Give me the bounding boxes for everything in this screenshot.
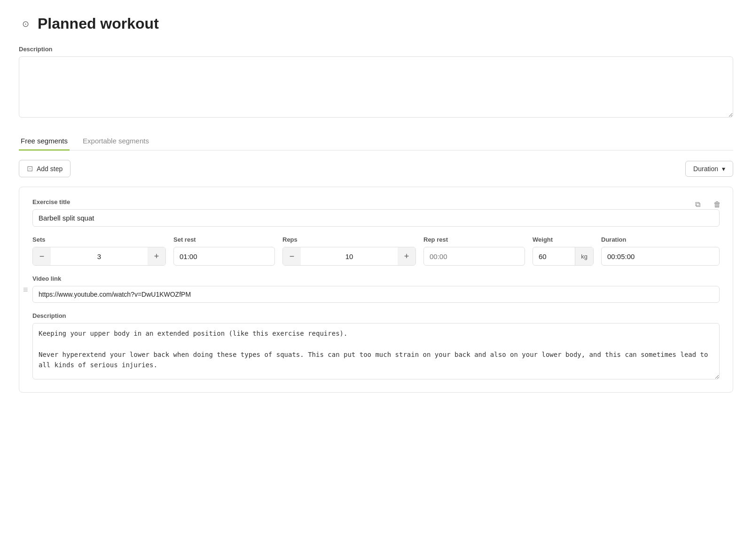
add-step-label: Add step	[37, 165, 63, 173]
duration-label: Duration	[601, 236, 720, 243]
collapse-icon[interactable]: ⊙	[19, 17, 32, 31]
video-link-input[interactable]	[32, 286, 720, 303]
weight-field: Weight kg	[533, 236, 594, 266]
tab-exportable-segments[interactable]: Exportable segments	[81, 132, 151, 150]
tabs: Free segments Exportable segments	[19, 132, 733, 150]
exercise-title-input[interactable]	[32, 209, 720, 227]
set-rest-input[interactable]	[173, 247, 275, 266]
tab-free-segments[interactable]: Free segments	[19, 132, 70, 150]
drag-handle-icon[interactable]: ≡	[23, 285, 28, 294]
exercise-description-section: Description	[32, 312, 720, 381]
reps-label: Reps	[282, 236, 416, 243]
page-title: Planned workout	[38, 15, 159, 32]
toolbar: ⊡ Add step Duration ▾	[19, 160, 733, 177]
weight-label: Weight	[533, 236, 594, 243]
description-label: Description	[19, 46, 733, 53]
exercise-description-textarea[interactable]	[32, 323, 720, 379]
rep-rest-label: Rep rest	[423, 236, 525, 243]
copy-button[interactable]: ⧉	[689, 197, 705, 213]
page-header: ⊙ Planned workout	[19, 15, 733, 32]
description-section: Description	[19, 46, 733, 119]
sets-value-input[interactable]	[51, 252, 148, 260]
add-step-button[interactable]: ⊡ Add step	[19, 160, 70, 177]
reps-increment-button[interactable]: +	[398, 247, 415, 265]
delete-icon: 🗑	[713, 200, 721, 209]
set-rest-label: Set rest	[173, 236, 275, 243]
step-icon: ⊡	[27, 164, 33, 173]
sets-increment-button[interactable]: +	[148, 247, 165, 265]
sets-field: Sets − +	[32, 236, 166, 266]
sets-label: Sets	[32, 236, 166, 243]
reps-field: Reps − +	[282, 236, 416, 266]
duration-dropdown[interactable]: Duration ▾	[685, 161, 733, 177]
reps-value-input[interactable]	[301, 252, 398, 260]
description-textarea[interactable]	[19, 56, 733, 118]
weight-input[interactable]	[533, 252, 575, 260]
tabs-container: Free segments Exportable segments	[19, 132, 733, 150]
exercise-title-label: Exercise title	[32, 198, 720, 205]
fields-row: Sets − + Set rest Reps − + Rep rest	[32, 236, 720, 266]
exercise-card: ≡ ⧉ 🗑 Exercise title Sets − + Set rest	[19, 187, 733, 393]
sets-stepper: − +	[32, 247, 166, 266]
set-rest-field: Set rest	[173, 236, 275, 266]
copy-icon: ⧉	[695, 200, 700, 209]
exercise-description-label: Description	[32, 312, 720, 319]
duration-label: Duration	[693, 165, 718, 173]
weight-unit[interactable]: kg	[575, 247, 593, 265]
card-actions: ⧉ 🗑	[689, 197, 725, 213]
sets-decrement-button[interactable]: −	[33, 247, 51, 265]
rep-rest-input[interactable]	[423, 247, 525, 266]
reps-decrement-button[interactable]: −	[283, 247, 301, 265]
duration-field: Duration	[601, 236, 720, 266]
weight-input-wrapper: kg	[533, 247, 594, 266]
rep-rest-field: Rep rest	[423, 236, 525, 266]
chevron-down-icon: ▾	[722, 165, 725, 173]
reps-stepper: − +	[282, 247, 416, 266]
delete-button[interactable]: 🗑	[709, 197, 725, 213]
video-link-section: Video link	[32, 275, 720, 303]
duration-input[interactable]	[601, 247, 720, 266]
video-link-label: Video link	[32, 275, 720, 282]
